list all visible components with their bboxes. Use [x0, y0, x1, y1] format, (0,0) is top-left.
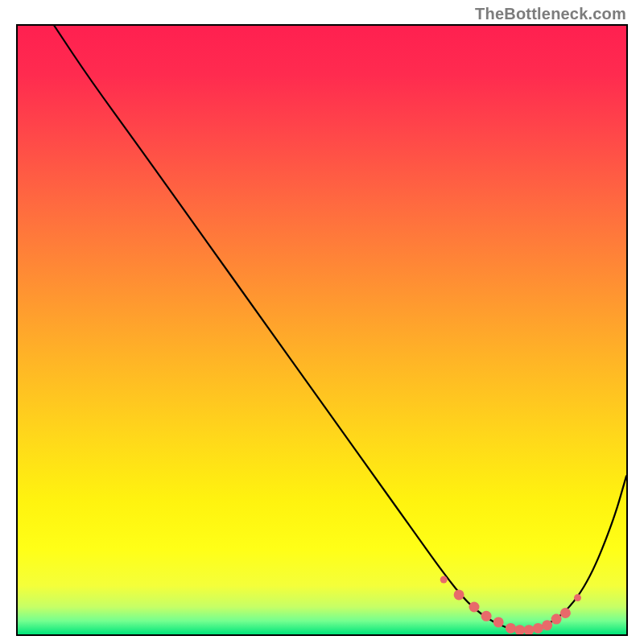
- marker-dot: [533, 623, 543, 634]
- chart-frame: [16, 24, 628, 636]
- marker-dot: [469, 602, 480, 613]
- marker-dot: [481, 611, 492, 621]
- marker-dot: [560, 608, 571, 618]
- marker-dot: [551, 614, 562, 625]
- marker-dot: [506, 623, 516, 634]
- marker-dot: [493, 617, 504, 627]
- marker-dot: [574, 594, 581, 601]
- marker-dot: [514, 625, 525, 634]
- marker-dot: [542, 620, 552, 630]
- watermark-text: TheBottleneck.com: [475, 5, 626, 23]
- bottleneck-curve: [54, 26, 626, 630]
- marker-dot: [440, 576, 448, 584]
- marker-dot: [454, 589, 464, 600]
- marker-dots: [440, 576, 581, 635]
- marker-dot: [524, 625, 535, 634]
- chart-overlay: [18, 26, 626, 634]
